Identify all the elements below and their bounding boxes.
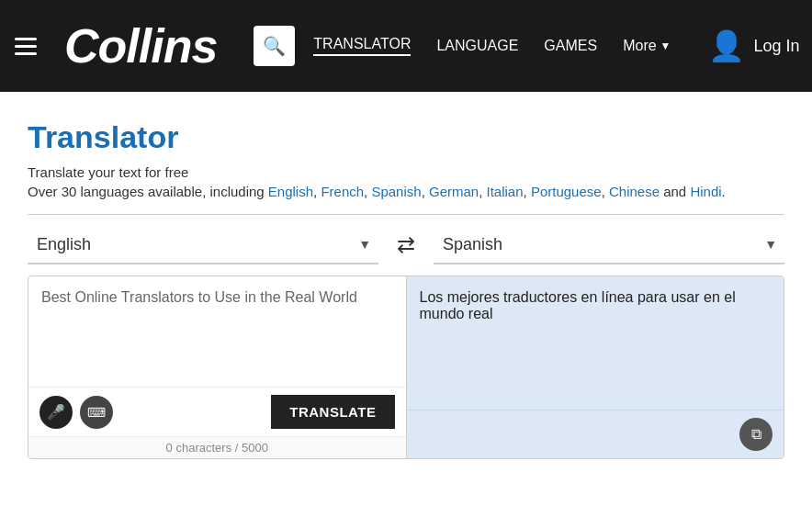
header: Collins 🔍 TRANSLATOR LANGUAGE GAMES More…: [0, 0, 812, 92]
source-footer: 🎤 ⌨ TRANSLATE: [28, 387, 406, 436]
nav-language[interactable]: LANGUAGE: [436, 38, 518, 54]
copy-button[interactable]: ⧉: [739, 418, 773, 451]
translation-area: Best Online Translators to Use in the Re…: [28, 275, 784, 459]
hamburger-menu[interactable]: [15, 38, 37, 55]
source-textarea[interactable]: Best Online Translators to Use in the Re…: [28, 276, 406, 387]
microphone-button[interactable]: 🎤: [39, 396, 73, 429]
swap-languages-button[interactable]: ⇄: [378, 232, 434, 258]
main-content: Translator Translate your text for free …: [0, 92, 812, 478]
nav-translator[interactable]: TRANSLATOR: [313, 36, 411, 56]
language-selector-row: English French Spanish German ▼ ⇄ Spanis…: [28, 226, 784, 264]
section-divider: [28, 214, 784, 215]
page-title: Translator: [28, 119, 784, 155]
source-panel: Best Online Translators to Use in the Re…: [28, 276, 407, 458]
user-area: 👤 Log In: [708, 28, 800, 63]
keyboard-button[interactable]: ⌨: [80, 396, 113, 429]
target-footer: ⧉: [407, 410, 784, 458]
lang-link-hindi[interactable]: Hindi: [690, 184, 721, 199]
languages-description: Over 30 languages available, including E…: [28, 184, 784, 199]
lang-link-chinese[interactable]: Chinese: [609, 184, 660, 199]
nav-more[interactable]: More ▼: [623, 38, 671, 54]
translated-text: Los mejores traductores en línea para us…: [407, 276, 784, 410]
login-button[interactable]: Log In: [754, 37, 800, 56]
target-language-select[interactable]: Spanish French English German: [434, 226, 784, 263]
char-count: 0 characters / 5000: [28, 436, 406, 458]
lang-link-portuguese[interactable]: Portuguese: [531, 184, 602, 199]
source-language-select[interactable]: English French Spanish German: [28, 226, 378, 263]
more-chevron-icon: ▼: [660, 39, 671, 52]
lang-link-italian[interactable]: Italian: [487, 184, 524, 199]
nav-games[interactable]: GAMES: [544, 38, 597, 54]
logo: Collins: [64, 22, 217, 70]
lang-link-english[interactable]: English: [268, 184, 313, 199]
lang-link-french[interactable]: French: [321, 184, 364, 199]
user-avatar-icon: 👤: [708, 28, 745, 63]
target-lang-wrapper: Spanish French English German ▼: [434, 226, 784, 264]
source-lang-wrapper: English French Spanish German ▼: [28, 226, 378, 264]
main-nav: TRANSLATOR LANGUAGE GAMES More ▼: [313, 36, 671, 56]
subtitle-text: Translate your text for free: [28, 164, 784, 180]
translate-button[interactable]: TRANSLATE: [271, 395, 394, 429]
lang-link-german[interactable]: German: [429, 184, 479, 199]
search-button[interactable]: 🔍: [263, 35, 286, 57]
search-box: 🔍: [254, 26, 295, 66]
lang-link-spanish[interactable]: Spanish: [371, 184, 421, 199]
target-panel: Los mejores traductores en línea para us…: [407, 276, 784, 458]
